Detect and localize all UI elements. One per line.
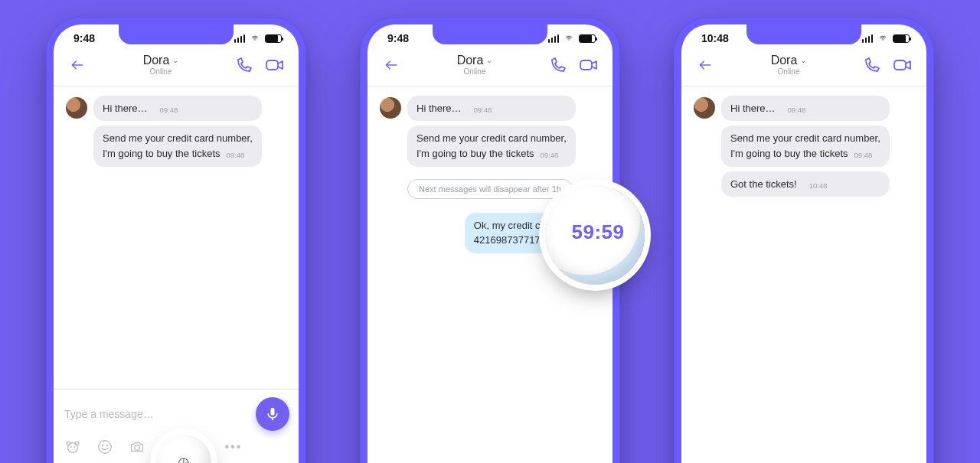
- video-call-button[interactable]: [579, 55, 599, 75]
- back-button[interactable]: [695, 55, 715, 75]
- cellular-signal-icon: [862, 34, 874, 43]
- wifi-icon: [250, 34, 260, 42]
- video-icon: [893, 56, 913, 74]
- phone-icon: [863, 56, 881, 74]
- message-text: Send me your credit card number,: [103, 132, 253, 145]
- svg-point-8: [106, 445, 107, 446]
- voice-call-button[interactable]: [862, 55, 882, 75]
- message-time: 09:48: [854, 151, 873, 161]
- message-text: Hi there…: [103, 102, 148, 116]
- message-bubble[interactable]: Hi there… 09:48: [721, 96, 890, 122]
- message-time: 09:48: [788, 106, 806, 116]
- incoming-message-row: Hi there… 09:48 Send me your credit card…: [694, 96, 914, 197]
- message-text: Hi there…: [730, 102, 776, 116]
- message-text: I'm going to buy the tickets: [730, 147, 848, 161]
- message-time: 09:48: [227, 151, 245, 161]
- message-text: I'm going to buy the tickets: [103, 147, 220, 161]
- chat-title[interactable]: Dora ⌄: [771, 54, 807, 67]
- cellular-signal-icon: [548, 34, 560, 43]
- svg-point-4: [70, 447, 71, 448]
- video-icon: [265, 56, 285, 74]
- message-bubble[interactable]: Hi there… 09:48: [93, 96, 262, 122]
- device-notch: [746, 24, 861, 44]
- phone-mock-3: 10:48 Dora ⌄ Online: [674, 17, 934, 463]
- message-bubble[interactable]: Send me your credit card number, I'm goi…: [721, 126, 890, 166]
- wifi-icon: [877, 34, 888, 42]
- svg-rect-14: [894, 60, 906, 70]
- messages-pane[interactable]: Hi there… 09:48 Send me your credit card…: [54, 86, 299, 389]
- more-button[interactable]: •••: [225, 439, 242, 455]
- message-bubble[interactable]: Hi there… 09:48: [407, 96, 576, 122]
- chat-title-name: Dora: [143, 54, 170, 67]
- svg-point-9: [135, 445, 139, 450]
- chat-header: Dora ⌄ Online: [368, 52, 612, 86]
- avatar[interactable]: [380, 97, 401, 119]
- message-time: 09:48: [160, 106, 178, 116]
- incoming-message-row: Hi there… 09:48 Send me your credit card…: [380, 96, 600, 167]
- battery-icon: [579, 34, 596, 43]
- video-icon: [579, 56, 599, 74]
- device-notch: [433, 24, 547, 44]
- message-text: Send me your credit card number,: [730, 132, 880, 145]
- voice-call-button[interactable]: [548, 55, 568, 75]
- disappearing-divider: Next messages will disappear after 1h: [407, 179, 573, 199]
- status-time: 9:48: [74, 32, 95, 44]
- svg-point-1: [68, 443, 78, 453]
- back-button[interactable]: [381, 55, 401, 75]
- sticker-button[interactable]: [64, 439, 81, 455]
- svg-point-7: [103, 445, 103, 446]
- svg-point-6: [99, 441, 112, 454]
- disappearing-timer: 59:59: [572, 220, 625, 244]
- back-button[interactable]: [67, 55, 87, 75]
- microphone-icon: [265, 406, 280, 422]
- device-notch: [119, 24, 234, 44]
- battery-icon: [893, 34, 910, 43]
- messages-pane[interactable]: Hi there… 09:48 Send me your credit card…: [681, 86, 926, 463]
- wifi-icon: [564, 34, 574, 42]
- phone-icon: [235, 56, 253, 74]
- battery-icon: [265, 34, 282, 43]
- video-call-button[interactable]: [265, 55, 285, 75]
- message-bubble[interactable]: Send me your credit card number, I'm goi…: [407, 126, 576, 166]
- message-time: 09:48: [474, 106, 492, 116]
- chat-subtitle: Online: [778, 67, 800, 77]
- phone-icon: [549, 56, 567, 74]
- svg-point-5: [74, 447, 75, 448]
- chat-title[interactable]: Dora ⌄: [143, 54, 179, 67]
- avatar[interactable]: [66, 97, 87, 119]
- message-text: Got the tickets!: [730, 178, 797, 191]
- magnifier-callout: 59:59: [545, 185, 645, 285]
- video-call-button[interactable]: [893, 55, 913, 75]
- chat-header: Dora ⌄ Online: [54, 52, 299, 86]
- smile-icon: [96, 439, 113, 455]
- message-text: I'm going to buy the tickets: [416, 147, 534, 161]
- svg-rect-13: [580, 60, 592, 70]
- chat-title[interactable]: Dora ⌄: [457, 54, 493, 67]
- message-text: Send me your credit card number,: [416, 132, 567, 145]
- chevron-down-icon: ⌄: [486, 56, 492, 65]
- status-time: 10:48: [701, 32, 729, 44]
- clock-icon: ◷: [178, 454, 190, 463]
- status-time: 9:48: [387, 32, 409, 44]
- chat-subtitle: Online: [150, 67, 172, 77]
- message-input[interactable]: Type a message…: [64, 408, 248, 420]
- chevron-down-icon: ⌄: [172, 56, 178, 65]
- chat-title-name: Dora: [457, 54, 484, 67]
- message-text: Hi there…: [416, 102, 462, 116]
- phone-mock-1: 9:48 Dora ⌄ Online: [46, 17, 306, 463]
- camera-button[interactable]: [129, 439, 145, 455]
- voice-message-button[interactable]: [256, 397, 289, 431]
- emoji-button[interactable]: [96, 439, 113, 455]
- chat-title-name: Dora: [771, 54, 798, 67]
- avatar[interactable]: [694, 97, 715, 119]
- chevron-down-icon: ⌄: [800, 56, 806, 65]
- message-time: 10:48: [809, 181, 828, 191]
- message-time: 09:48: [541, 151, 559, 161]
- camera-icon: [129, 439, 145, 455]
- svg-rect-0: [266, 60, 278, 70]
- cellular-signal-icon: [234, 34, 246, 43]
- message-bubble[interactable]: Send me your credit card number, I'm goi…: [93, 126, 262, 166]
- incoming-message-row: Hi there… 09:48 Send me your credit card…: [66, 96, 286, 167]
- message-bubble[interactable]: Got the tickets! 10:48: [721, 171, 890, 197]
- voice-call-button[interactable]: [234, 55, 254, 75]
